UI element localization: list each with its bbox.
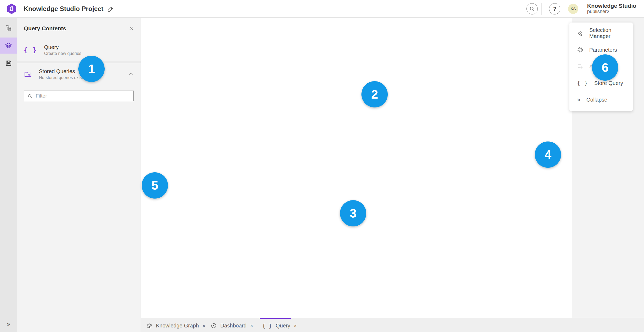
rail-item-save[interactable] <box>0 55 17 71</box>
chevron-up-icon[interactable] <box>128 72 134 77</box>
rail-item-layers[interactable] <box>0 38 17 54</box>
filter-field <box>24 91 134 101</box>
close-icon <box>129 26 134 31</box>
avatar[interactable]: KS <box>568 4 578 14</box>
close-panel-button[interactable] <box>129 26 134 31</box>
braces-icon: { } <box>24 46 37 54</box>
panel-item-query[interactable]: { } Query Create new queries <box>17 39 141 61</box>
topbar-divider <box>541 3 542 15</box>
save-icon <box>5 60 12 67</box>
item-title: Query <box>44 44 81 51</box>
edit-title-button[interactable] <box>106 5 115 13</box>
gear-icon <box>577 47 583 53</box>
annotation-circle-3: 3 <box>340 200 366 226</box>
tab-bar: Knowledge Graph × Dashboard × { } Query … <box>141 318 644 332</box>
search-icon <box>27 94 32 99</box>
menu-item-selection-manager[interactable]: Selection Manager <box>569 25 633 42</box>
page-title: Knowledge Studio Project <box>24 0 103 18</box>
add-to-map-icon <box>577 63 583 70</box>
folder-icon <box>24 70 32 78</box>
search-button[interactable] <box>526 3 538 14</box>
braces-icon: { } <box>577 80 588 86</box>
tab-dashboard[interactable]: Dashboard × <box>211 319 253 332</box>
layers-icon <box>5 42 12 49</box>
annotation-circle-6: 6 <box>592 54 618 81</box>
collapse-icon: » <box>577 97 580 102</box>
main-area <box>141 18 572 318</box>
help-button[interactable]: ? <box>549 3 560 14</box>
rail-item-data-model[interactable] <box>0 20 17 36</box>
braces-icon: { } <box>262 323 272 329</box>
filter-input[interactable] <box>36 93 124 99</box>
item-subtitle: Create new queries <box>44 51 81 57</box>
close-tab-icon[interactable]: × <box>250 323 253 329</box>
annotation-circle-5: 5 <box>142 172 168 199</box>
left-rail: » <box>0 18 17 332</box>
dashboard-icon <box>211 323 217 329</box>
annotation-circle-1: 1 <box>78 56 105 82</box>
section-gap <box>17 61 141 63</box>
tab-knowledge-graph[interactable]: Knowledge Graph × <box>146 319 206 332</box>
question-icon: ? <box>553 6 556 12</box>
user-role: publisher2 <box>587 9 636 14</box>
tab-query[interactable]: { } Query × <box>262 319 297 332</box>
panel-title: Query Contents <box>24 25 129 32</box>
close-tab-icon[interactable]: × <box>294 323 297 329</box>
user-name: Knowledge Studio <box>587 3 636 9</box>
selection-manager-icon <box>577 30 583 36</box>
expand-rail-button[interactable]: » <box>0 318 17 330</box>
app-logo-icon <box>6 3 17 14</box>
annotation-circle-2: 2 <box>361 81 388 107</box>
search-icon <box>529 6 535 12</box>
close-tab-icon[interactable]: × <box>202 323 206 329</box>
expand-icon: » <box>7 321 10 327</box>
divider <box>17 107 141 107</box>
top-bar: Knowledge Studio Project ? KS Knowledge … <box>0 0 644 18</box>
knowledge-graph-icon <box>146 323 152 329</box>
data-model-icon <box>5 24 12 32</box>
annotation-circle-4: 4 <box>535 141 561 168</box>
menu-item-collapse[interactable]: » Collapse <box>569 91 633 108</box>
edit-icon <box>107 6 114 12</box>
